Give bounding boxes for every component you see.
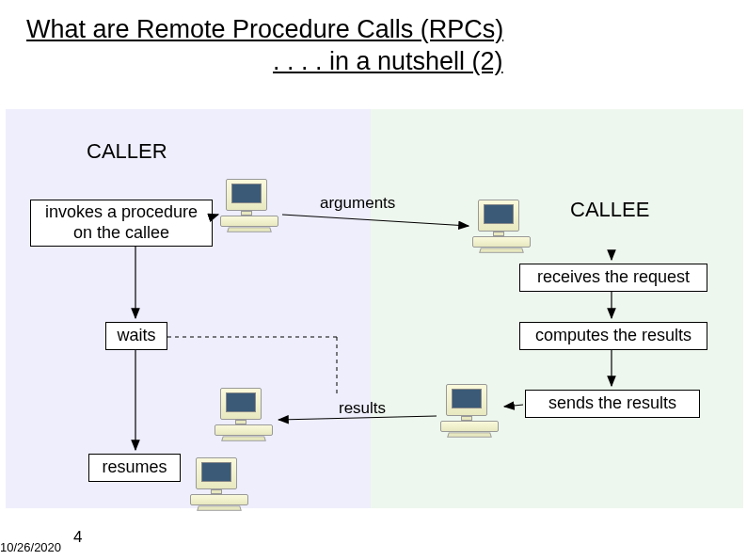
slide-number: 4 xyxy=(73,528,82,547)
computer-icon xyxy=(190,457,248,508)
callee-label: CALLEE xyxy=(570,198,649,222)
computes-box: computes the results xyxy=(519,322,707,350)
computer-icon xyxy=(220,179,278,230)
caller-label: CALLER xyxy=(87,139,167,164)
results-label: results xyxy=(339,399,386,418)
sends-box: sends the results xyxy=(525,390,700,418)
resumes-box: resumes xyxy=(88,454,181,482)
slide-date: 10/26/2020 xyxy=(0,540,61,554)
slide-title: What are Remote Procedure Calls (RPCs) xyxy=(26,13,503,46)
waits-box: waits xyxy=(105,322,167,350)
computer-icon xyxy=(215,388,273,439)
computer-icon xyxy=(472,200,531,250)
invokes-box: invokes a procedure on the callee xyxy=(30,200,213,247)
slide-subtitle: . . . . in a nutshell (2) xyxy=(273,47,503,76)
callee-bg xyxy=(371,109,743,508)
caller-bg xyxy=(6,109,371,508)
computer-icon xyxy=(440,384,499,435)
receives-box: receives the request xyxy=(519,264,707,292)
arguments-label: arguments xyxy=(320,194,395,213)
